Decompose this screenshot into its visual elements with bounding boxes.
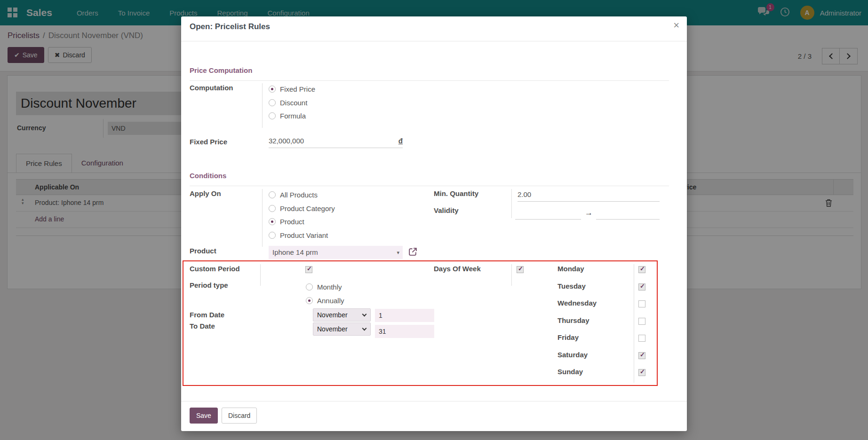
period-type-label: Period type [190, 281, 228, 289]
modal-header-divider [181, 41, 687, 41]
modal-footer-divider [181, 401, 687, 401]
days-of-week-checkbox[interactable] [517, 266, 524, 273]
select-chevron-icon [362, 312, 367, 317]
product-category-radio[interactable] [269, 205, 276, 212]
friday-label: Friday [557, 333, 579, 341]
section-divider [190, 186, 669, 186]
tuesday-label: Tuesday [557, 282, 586, 290]
min-quantity-label: Min. Quantity [434, 189, 478, 197]
to-day-input[interactable]: 31 [375, 325, 434, 338]
period-type-option-monthly[interactable]: Monthly [306, 282, 342, 292]
custom-period-label: Custom Period [190, 265, 240, 273]
thursday-label: Thursday [557, 316, 589, 324]
apply-on-label: Apply On [190, 189, 221, 197]
dropdown-caret-icon: ▾ [397, 246, 403, 259]
to-month-select[interactable]: November [313, 322, 371, 336]
validity-start-input[interactable] [515, 206, 581, 220]
group-divider [260, 264, 261, 286]
product-label: Product [190, 247, 216, 255]
modal-footer-buttons: Save Discard [190, 408, 257, 424]
price-computation-heading: Price Computation [190, 66, 252, 74]
all-products-radio[interactable] [269, 191, 276, 198]
saturday-label: Saturday [557, 351, 588, 359]
formula-radio[interactable] [269, 112, 276, 119]
from-date-label: From Date [190, 311, 224, 319]
annually-radio[interactable] [306, 297, 313, 304]
product-radio[interactable] [269, 218, 276, 225]
computation-option-discount[interactable]: Discount [269, 97, 307, 108]
close-icon[interactable]: × [673, 19, 679, 31]
min-quantity-input[interactable]: 2.00 [518, 189, 660, 202]
conditions-heading: Conditions [190, 172, 226, 180]
validity-end-input[interactable] [596, 206, 660, 220]
sunday-label: Sunday [557, 368, 583, 376]
computation-label: Computation [190, 84, 233, 92]
from-month-select[interactable]: November [313, 308, 371, 322]
fixed-price-radio[interactable] [269, 86, 276, 93]
from-day-input[interactable]: 1 [375, 309, 434, 322]
product-field[interactable]: Iphone 14 prm ▾ [269, 246, 403, 259]
apply-on-option-product[interactable]: Product [269, 216, 304, 227]
custom-period-checkbox[interactable] [305, 266, 312, 273]
currency-symbol-dong: đ [398, 135, 403, 148]
group-divider [262, 189, 263, 247]
modal-save-button[interactable]: Save [190, 408, 218, 424]
modal-discard-button[interactable]: Discard [222, 408, 257, 424]
days-column-divider [634, 264, 634, 383]
to-date-label: To Date [190, 322, 215, 330]
external-link-icon[interactable] [408, 247, 418, 259]
group-divider [262, 83, 263, 128]
fixed-price-label: Fixed Price [190, 138, 227, 146]
wednesday-checkbox[interactable] [638, 300, 645, 307]
wednesday-label: Wednesday [557, 299, 597, 307]
days-of-week-label: Days Of Week [434, 265, 481, 273]
monday-checkbox[interactable] [638, 266, 645, 273]
section-divider [190, 80, 669, 81]
screen: Sales Orders To Invoice Products Reporti… [0, 0, 868, 440]
apply-on-option-product-category[interactable]: Product Category [269, 203, 335, 213]
sunday-checkbox[interactable] [638, 369, 645, 376]
apply-on-option-all-products[interactable]: All Products [269, 189, 318, 200]
thursday-checkbox[interactable] [638, 318, 645, 325]
computation-option-fixed-price[interactable]: Fixed Price [269, 84, 315, 94]
monday-label: Monday [557, 265, 584, 273]
pricelist-rules-modal: Open: Pricelist Rules × Price Computatio… [181, 16, 687, 431]
validity-label: Validity [434, 206, 459, 214]
group-divider [511, 264, 512, 286]
arrow-right-icon: → [585, 208, 593, 218]
fixed-price-input[interactable]: 32,000,000 đ [269, 135, 403, 148]
saturday-checkbox[interactable] [638, 352, 645, 359]
modal-title: Open: Pricelist Rules [190, 22, 270, 31]
tuesday-checkbox[interactable] [638, 283, 645, 291]
apply-on-option-product-variant[interactable]: Product Variant [269, 230, 328, 240]
discount-radio[interactable] [269, 99, 276, 106]
select-chevron-icon [362, 326, 367, 331]
period-type-option-annually[interactable]: Annually [306, 295, 344, 306]
monthly-radio[interactable] [306, 283, 313, 291]
group-divider [511, 189, 512, 218]
product-variant-radio[interactable] [269, 232, 276, 239]
friday-checkbox[interactable] [638, 335, 645, 342]
computation-option-formula[interactable]: Formula [269, 110, 306, 121]
